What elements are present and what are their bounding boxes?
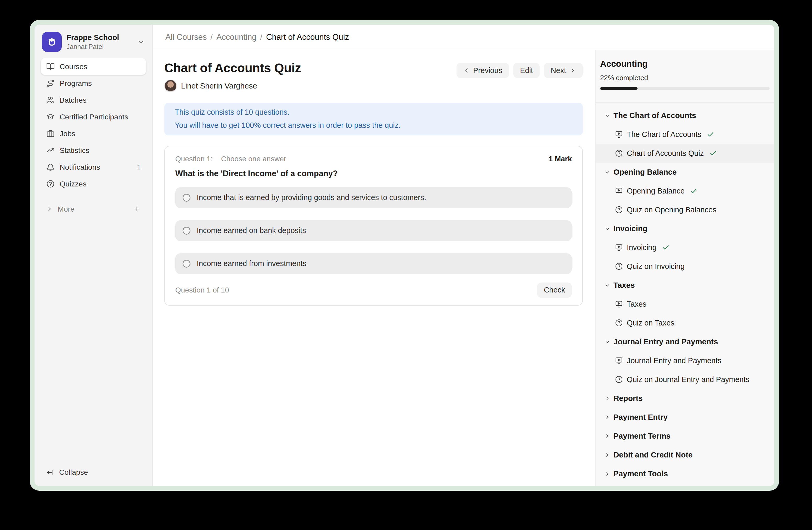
collapse-sidebar-button[interactable]: Collapse — [41, 465, 146, 480]
course-progress-fill — [600, 87, 638, 90]
outline-section-title: Reports — [613, 394, 643, 403]
quiz-page: Chart of Accounts Quiz Linet Sherin Varg… — [153, 50, 595, 486]
outline-section-debit-and-credit-note[interactable]: Debit and Credit Note — [596, 445, 774, 464]
check-icon — [690, 187, 698, 195]
help-circle-icon — [46, 179, 55, 188]
outline-item-taxes[interactable]: Taxes — [596, 295, 774, 313]
answer-options: Income that is earned by providing goods… — [175, 187, 572, 274]
content-area: Chart of Accounts Quiz Linet Sherin Varg… — [153, 50, 774, 486]
outline-section-title: Debit and Credit Note — [613, 450, 693, 459]
sidebar-item-label: Jobs — [60, 129, 75, 138]
sidebar-item-courses[interactable]: Courses — [41, 58, 146, 75]
next-button[interactable]: Next — [544, 63, 583, 78]
chevron-right-icon — [46, 206, 53, 212]
chevron-right-icon — [604, 452, 610, 458]
chevron-right-icon — [569, 67, 576, 74]
sidebar-item-label: Programs — [60, 79, 92, 88]
outline-item-label: Invoicing — [627, 243, 657, 252]
sidebar-item-label: Certified Participants — [60, 113, 128, 121]
outline-section-payment-entry[interactable]: Payment Entry — [596, 408, 774, 427]
outline-section-reports[interactable]: Reports — [596, 389, 774, 408]
chevron-left-icon — [463, 67, 470, 74]
lesson-icon — [615, 130, 623, 139]
book-open-icon — [46, 62, 55, 71]
author-row: Linet Sherin Varghese — [164, 80, 301, 92]
outline-section-invoicing[interactable]: Invoicing — [596, 219, 774, 238]
outline-item-invoicing[interactable]: Invoicing — [596, 238, 774, 257]
school-switcher[interactable]: Frappe School Jannat Patel — [41, 30, 146, 58]
outline-item-quiz-on-journal-entry-and-payments[interactable]: Quiz on Journal Entry and Payments — [596, 370, 774, 389]
outline-item-opening-balance[interactable]: Opening Balance — [596, 181, 774, 200]
question-text: What is the 'Direct Income' of a company… — [175, 168, 572, 179]
author-avatar — [164, 80, 177, 92]
outline-section-payment-terms[interactable]: Payment Terms — [596, 427, 774, 445]
edit-button-label: Edit — [520, 66, 533, 75]
frappe-school-logo-icon — [42, 32, 62, 52]
outline-item-the-chart-of-accounts[interactable]: The Chart of Accounts — [596, 125, 774, 144]
lesson-icon — [615, 300, 623, 308]
check-icon — [662, 243, 670, 251]
outline-section-payment-tools[interactable]: Payment Tools — [596, 464, 774, 483]
chevron-right-icon — [604, 414, 610, 420]
edit-button[interactable]: Edit — [513, 63, 540, 78]
sidebar-item-statistics[interactable]: Statistics — [41, 142, 146, 159]
answer-option[interactable]: Income that is earned by providing goods… — [175, 187, 572, 208]
users-icon — [46, 96, 55, 104]
brand-name: Frappe School — [67, 33, 119, 42]
outline-section-title: Payment Entry — [613, 413, 668, 422]
outline-item-quiz-on-taxes[interactable]: Quiz on Taxes — [596, 313, 774, 332]
sidebar-item-more[interactable]: More — [41, 200, 146, 217]
sidebar-more-label: More — [58, 205, 75, 213]
sidebar-item-notifications[interactable]: Notifications1 — [41, 159, 146, 176]
outline-item-journal-entry-and-payments[interactable]: Journal Entry and Payments — [596, 351, 774, 370]
sidebar-nav: CoursesProgramsBatchesCertified Particip… — [41, 58, 146, 192]
radio-icon[interactable] — [183, 194, 190, 201]
desktop-background: Frappe School Jannat Patel CoursesProgra… — [0, 0, 812, 530]
check-button[interactable]: Check — [537, 282, 572, 298]
outline-section-taxes[interactable]: Taxes — [596, 276, 774, 295]
programs-icon — [46, 79, 55, 88]
answer-option[interactable]: Income earned from investments — [175, 253, 572, 274]
breadcrumb-separator: / — [211, 32, 213, 42]
outline-section-the-chart-of-accounts[interactable]: The Chart of Accounts — [596, 106, 774, 125]
sidebar-item-certified-participants[interactable]: Certified Participants — [41, 108, 146, 125]
chevron-down-icon — [604, 169, 610, 175]
breadcrumb-accounting[interactable]: Accounting — [216, 32, 256, 42]
lesson-icon — [615, 187, 623, 195]
quiz-card-header: Question 1: Choose one answer 1 Mark — [175, 155, 572, 163]
outline-item-quiz-on-invoicing[interactable]: Quiz on Invoicing — [596, 257, 774, 276]
outline-item-label: Quiz on Journal Entry and Payments — [627, 375, 750, 384]
outline-section-title: Journal Entry and Payments — [613, 337, 718, 346]
outline-section-opening-balance[interactable]: Opening Balance — [596, 163, 774, 181]
previous-button-label: Previous — [473, 66, 502, 75]
answer-option-label: Income earned from investments — [197, 259, 306, 268]
question-mode-label: Choose one answer — [221, 155, 286, 163]
sidebar-item-label: Statistics — [60, 146, 89, 155]
outline-item-label: The Chart of Accounts — [627, 130, 701, 139]
sidebar-item-batches[interactable]: Batches — [41, 92, 146, 108]
sidebar-item-label: Notifications — [60, 163, 100, 171]
sidebar-item-jobs[interactable]: Jobs — [41, 125, 146, 142]
left-sidebar: Frappe School Jannat Patel CoursesProgra… — [34, 25, 153, 486]
outline-section-title: The Chart of Accounts — [613, 111, 696, 120]
radio-icon[interactable] — [183, 260, 190, 268]
course-outline-panel: Accounting 22% completed The Chart of Ac… — [595, 50, 774, 486]
check-icon — [707, 130, 714, 138]
sidebar-item-label: Quizzes — [60, 180, 87, 188]
outline-item-chart-of-accounts-quiz[interactable]: Chart of Accounts Quiz — [596, 144, 774, 163]
sidebar-item-programs[interactable]: Programs — [41, 75, 146, 92]
plus-icon[interactable] — [133, 205, 141, 213]
quiz-card: Question 1: Choose one answer 1 Mark Wha… — [164, 146, 583, 306]
outline-item-quiz-on-opening-balances[interactable]: Quiz on Opening Balances — [596, 200, 774, 219]
sidebar-item-label: Batches — [60, 96, 87, 104]
answer-option[interactable]: Income earned on bank deposits — [175, 220, 572, 241]
course-title: Accounting — [600, 59, 770, 69]
notification-count-badge: 1 — [137, 163, 141, 171]
briefcase-icon — [46, 129, 55, 138]
outline-section-journal-entry-and-payments[interactable]: Journal Entry and Payments — [596, 332, 774, 351]
radio-icon[interactable] — [183, 227, 190, 235]
breadcrumb-all-courses[interactable]: All Courses — [165, 32, 207, 42]
outline-item-label: Opening Balance — [627, 187, 685, 195]
previous-button[interactable]: Previous — [456, 63, 509, 78]
sidebar-item-quizzes[interactable]: Quizzes — [41, 176, 146, 192]
